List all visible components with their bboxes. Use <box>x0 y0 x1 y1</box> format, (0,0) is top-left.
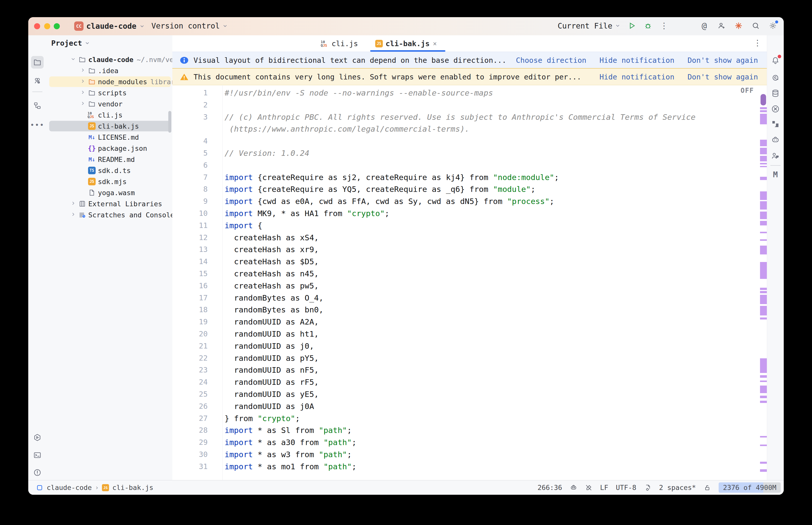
tree-item--idea[interactable]: .idea <box>46 65 172 76</box>
mentions-icon[interactable]: @ <box>699 21 709 31</box>
more-actions-button[interactable]: ⋮ <box>659 21 669 31</box>
banner-action-don-t-show-again[interactable]: Don't show again <box>688 56 758 64</box>
tree-item-scratches-and-consoles[interactable]: Scratches and Consoles <box>46 209 172 220</box>
editor-tab-cli-js[interactable]: 10QJScli.js <box>321 35 369 52</box>
tab-options-kebab-icon[interactable]: ⋮ <box>753 39 762 47</box>
structure-icon[interactable] <box>31 99 44 112</box>
strip-divider <box>32 92 42 92</box>
copilot-status-icon[interactable] <box>570 484 577 492</box>
code-with-me-icon[interactable] <box>770 150 781 161</box>
terminal-icon[interactable] <box>31 449 44 462</box>
stripe-mark <box>760 436 767 437</box>
database-icon[interactable] <box>770 88 781 99</box>
close-window-button[interactable] <box>34 23 40 29</box>
editor-tab-cli-bak-js[interactable]: JScli-bak.js× <box>375 35 441 52</box>
breadcrumb-project[interactable]: claude-code <box>47 484 92 492</box>
chevron-down-icon <box>222 23 228 29</box>
banner-action-hide-notification[interactable]: Hide notification <box>600 56 675 64</box>
close-tab-icon[interactable]: × <box>433 40 437 47</box>
chevron-right-icon[interactable] <box>80 67 86 74</box>
ai-burst-button[interactable] <box>734 21 743 31</box>
chevron-right-icon[interactable] <box>70 200 76 207</box>
line-separator-widget[interactable]: LF <box>600 484 608 492</box>
indent-config-icon[interactable] <box>644 484 651 492</box>
banner-action-don-t-show-again[interactable]: Don't show again <box>688 73 758 81</box>
tree-item-claude-code[interactable]: claude-code~/.nvm/vers <box>46 54 172 65</box>
code-line-19: 19 randomUUID as A2A, <box>172 316 759 328</box>
tree-item-scripts[interactable]: scripts <box>46 87 172 98</box>
problems-icon[interactable] <box>31 466 44 479</box>
vcs-help-icon[interactable]: ? <box>31 74 44 87</box>
line-number: 10 <box>172 209 208 217</box>
encoding-widget[interactable]: UTF-8 <box>616 484 636 492</box>
vcs-widget[interactable]: Version control <box>151 21 228 30</box>
code-line-25: 25 randomUUID as yE5, <box>172 388 759 400</box>
settings-button[interactable] <box>768 21 778 31</box>
chevron-right-icon[interactable] <box>70 211 76 219</box>
scrollbar-thumb[interactable] <box>761 94 766 105</box>
status-bar: claude-code › JS cli-bak.js 266:36 LF UT… <box>28 480 784 495</box>
caret-position[interactable]: 266:36 <box>537 484 562 492</box>
line-number: 27 <box>172 414 208 423</box>
code-editor[interactable]: OFF 1#!/usr/bin/env -S node --no-warning… <box>172 85 767 480</box>
zoom-window-button[interactable] <box>54 23 60 29</box>
project-widget[interactable]: CC claude-code <box>74 21 145 31</box>
code-line-24: 24 randomUUID as rF5, <box>172 376 759 388</box>
panel-scrollbar-thumb[interactable] <box>168 111 171 133</box>
code-line-28: 28import * as Sl from "path"; <box>172 424 759 436</box>
banner-action-hide-notification[interactable]: Hide notification <box>600 73 675 81</box>
services-icon[interactable] <box>31 431 44 444</box>
tree-item-readme-md[interactable]: M↓README.md <box>46 154 172 165</box>
run-configuration-selector[interactable]: Current File <box>558 21 620 30</box>
tree-item-package-json[interactable]: {}package.json <box>46 143 172 154</box>
memory-indicator[interactable]: 2376 of 4900M <box>719 482 781 493</box>
tree-item-cli-js[interactable]: 10QJScli.js <box>46 109 172 121</box>
tree-item-node-modules[interactable]: node_moduleslibrary <box>46 76 172 87</box>
project-folder-icon[interactable] <box>31 56 44 69</box>
unlock-icon[interactable] <box>704 484 711 492</box>
stripe-mark <box>760 163 767 164</box>
stripe-mark <box>760 110 767 112</box>
tree-item-sdk-mjs[interactable]: JSsdk.mjs <box>46 176 172 187</box>
line-number: 7 <box>172 173 208 182</box>
chevron-down-icon[interactable] <box>70 56 76 63</box>
indent-widget[interactable]: 2 spaces* <box>659 484 696 492</box>
code-line-22: 22 randomUUID as pY5, <box>172 352 759 364</box>
pinwheel-plugin-icon[interactable] <box>770 118 781 130</box>
x-circle-plugin-icon[interactable] <box>770 103 781 115</box>
search-everywhere-button[interactable] <box>751 21 761 31</box>
tree-item-suffix: ~/.nvm/vers <box>137 56 173 63</box>
code-text: import MK9, * as HA1 from "crypto"; <box>225 209 389 218</box>
code-text: import {cwd as e0A, cwd as FfA, cwd as S… <box>225 197 554 206</box>
copilot-icon[interactable] <box>770 134 781 146</box>
tree-item-license-md[interactable]: M↓LICENSE.md <box>46 132 172 143</box>
code-text: randomBytes as bn0, <box>225 305 324 314</box>
tree-item-yoga-wasm[interactable]: yoga.wasm <box>46 187 172 198</box>
notifications-bell-icon[interactable] <box>770 55 781 66</box>
tree-item-cli-bak-js[interactable]: JScli-bak.js <box>46 121 172 132</box>
chevron-right-icon[interactable] <box>80 78 86 85</box>
m-plugin-icon[interactable]: M <box>770 169 781 180</box>
breadcrumb-file[interactable]: cli-bak.js <box>112 484 153 492</box>
banner-action-choose-direction[interactable]: Choose direction <box>516 56 586 64</box>
stripe-mark <box>760 212 767 219</box>
minimize-window-button[interactable] <box>44 23 50 29</box>
stripe-mark <box>760 166 767 167</box>
highlighting-disabled-icon[interactable] <box>585 484 592 492</box>
memory-usage-text: 2376 of 4900M <box>719 482 781 493</box>
debug-button[interactable] <box>643 21 653 31</box>
tree-item-sdk-d-ts[interactable]: TSsdk.d.ts <box>46 165 172 176</box>
error-stripe-scrollbar[interactable] <box>760 85 767 480</box>
tree-item-external-libraries[interactable]: External Libraries <box>46 198 172 209</box>
more-tool-windows-icon[interactable]: ••• <box>31 119 44 131</box>
chevron-right-icon[interactable] <box>80 89 86 96</box>
ai-assistant-icon[interactable] <box>770 72 781 84</box>
code-line-13: 13 createHash as xr9, <box>172 243 759 255</box>
line-number: 17 <box>172 294 208 302</box>
add-user-button[interactable] <box>717 21 726 31</box>
tree-item-vendor[interactable]: vendor <box>46 98 172 109</box>
chevron-right-icon[interactable] <box>80 100 86 107</box>
warning-banner-text: This document contains very long lines. … <box>194 73 581 81</box>
run-button[interactable] <box>627 21 637 31</box>
project-panel-header[interactable]: Project <box>51 39 90 47</box>
